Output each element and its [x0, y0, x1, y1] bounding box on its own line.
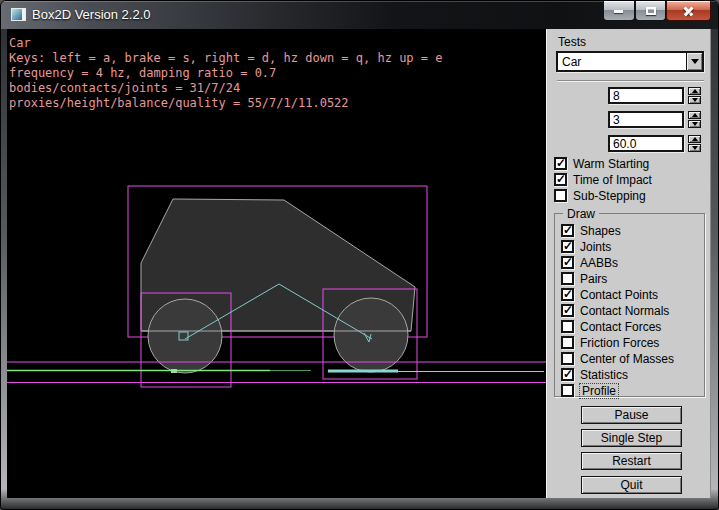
- center-of-masses-checkbox[interactable]: [561, 352, 574, 365]
- contact-points-label: Contact Points: [580, 288, 658, 302]
- pos-iters-stepper: [688, 111, 701, 128]
- pause-button[interactable]: Pause: [581, 406, 682, 424]
- pos-iters-down-button[interactable]: [688, 120, 701, 128]
- frequency-text: frequency = 4 hz, damping ratio = 0.7: [9, 66, 276, 80]
- window-controls: [603, 1, 711, 21]
- pos-iters-input[interactable]: [608, 111, 684, 128]
- maximize-button[interactable]: [635, 1, 666, 21]
- arrow-up-icon: [692, 113, 698, 117]
- sub-stepping-checkbox[interactable]: [554, 189, 567, 202]
- test-title-text: Car: [9, 36, 31, 50]
- close-button[interactable]: [666, 1, 711, 21]
- arrow-down-icon: [692, 146, 698, 150]
- separator-line: [557, 80, 704, 82]
- contact-points-checkbox[interactable]: [561, 288, 574, 301]
- simulation-canvas[interactable]: Car Keys: left = a, brake = s, right = d…: [7, 29, 546, 498]
- pairs-checkbox[interactable]: [561, 272, 574, 285]
- warm-starting-label: Warm Starting: [573, 157, 649, 171]
- center-of-masses-label: Center of Masses: [580, 352, 674, 366]
- arrow-down-icon: [692, 122, 698, 126]
- pairs-label: Pairs: [580, 272, 607, 286]
- pos-iters-up-button[interactable]: [688, 111, 701, 119]
- joints-label: Joints: [580, 240, 611, 254]
- profile-label: Profile: [580, 384, 618, 398]
- contact-forces-label: Contact Forces: [580, 320, 661, 334]
- tests-dropdown-value: Car: [558, 55, 686, 69]
- keys-help-text: Keys: left = a, brake = s, right = d, hz…: [9, 51, 442, 65]
- window-title: Box2D Version 2.2.0: [32, 7, 151, 22]
- vel-iters-up-button[interactable]: [688, 87, 701, 95]
- arrow-down-icon: [692, 98, 698, 102]
- app-icon: [11, 8, 26, 21]
- vel-iters-input[interactable]: [608, 87, 684, 104]
- tests-dropdown[interactable]: Car: [556, 51, 704, 72]
- sub-stepping-label: Sub-Stepping: [573, 189, 646, 203]
- chevron-down-icon: [691, 59, 699, 64]
- minimize-button[interactable]: [603, 1, 635, 21]
- quit-button[interactable]: Quit: [581, 476, 682, 494]
- draw-group-label: Draw: [563, 207, 599, 221]
- draw-group: Draw Shapes Joints AABBs Pairs: [554, 213, 705, 397]
- joints-checkbox[interactable]: [561, 240, 574, 253]
- hertz-label: Hertz: [409, 136, 438, 150]
- friction-forces-label: Friction Forces: [580, 336, 659, 350]
- statistics-checkbox[interactable]: [561, 368, 574, 381]
- control-panel: Tests Car Vel Iters Pos Iters: [546, 29, 711, 498]
- profile-checkbox[interactable]: [561, 384, 574, 397]
- hertz-stepper: [688, 135, 701, 152]
- contact-normals-checkbox[interactable]: [561, 304, 574, 317]
- warm-starting-checkbox[interactable]: [554, 157, 567, 170]
- contact-point-mark: [171, 369, 177, 373]
- tests-label: Tests: [558, 35, 586, 49]
- vel-iters-down-button[interactable]: [688, 96, 701, 104]
- maximize-icon: [646, 7, 656, 15]
- bodies-stats-text: bodies/contacts/joints = 31/7/24: [9, 81, 240, 95]
- aabbs-checkbox[interactable]: [561, 256, 574, 269]
- hertz-up-button[interactable]: [688, 135, 701, 143]
- aabbs-label: AABBs: [580, 256, 618, 270]
- title-bar[interactable]: Box2D Version 2.2.0: [1, 1, 719, 29]
- pos-iters-label: Pos Iters: [391, 112, 438, 126]
- time-of-impact-checkbox[interactable]: [554, 173, 567, 186]
- hertz-input[interactable]: [608, 135, 684, 152]
- vel-iters-stepper: [688, 87, 701, 104]
- hertz-down-button[interactable]: [688, 144, 701, 152]
- arrow-up-icon: [692, 89, 698, 93]
- time-of-impact-label: Time of Impact: [573, 173, 652, 187]
- debug-draw-scene: Car Keys: left = a, brake = s, right = d…: [7, 29, 546, 498]
- vel-iters-label: Vel Iters: [395, 88, 438, 102]
- proxies-stats-text: proxies/height/balance/quality = 55/7/1/…: [9, 96, 349, 110]
- tests-dropdown-button[interactable]: [686, 53, 702, 70]
- arrow-up-icon: [692, 137, 698, 141]
- contact-forces-checkbox[interactable]: [561, 320, 574, 333]
- restart-button[interactable]: Restart: [581, 452, 682, 470]
- minimize-icon: [614, 10, 623, 13]
- contact-normals-label: Contact Normals: [580, 304, 669, 318]
- statistics-label: Statistics: [580, 368, 628, 382]
- app-window: Box2D Version 2.2.0 Car Keys: left = a, …: [0, 0, 719, 510]
- shapes-label: Shapes: [580, 224, 621, 238]
- friction-forces-checkbox[interactable]: [561, 336, 574, 349]
- shapes-checkbox[interactable]: [561, 224, 574, 237]
- single-step-button[interactable]: Single Step: [581, 429, 682, 447]
- overlay-text: Car Keys: left = a, brake = s, right = d…: [9, 36, 442, 110]
